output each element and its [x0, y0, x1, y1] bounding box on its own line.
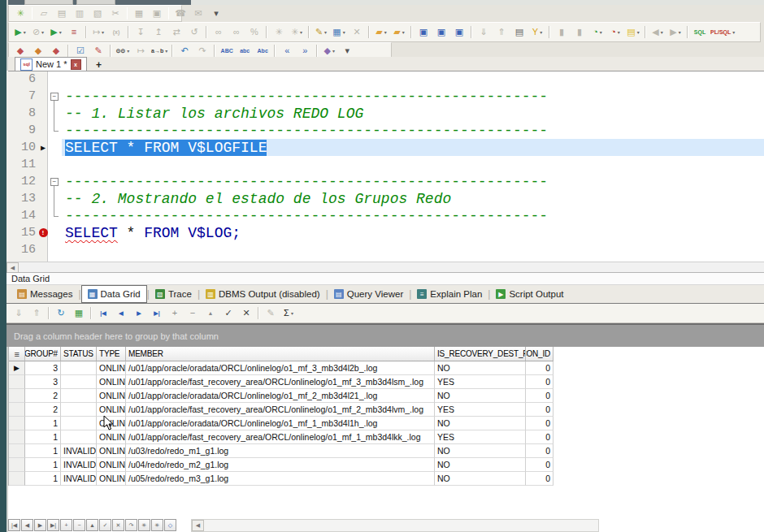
compare-icon[interactable]: ▦ [131, 6, 147, 20]
cell-group-[interactable]: 3 [25, 361, 61, 375]
tab-explain-plan[interactable]: ≡Explain Plan [411, 286, 488, 302]
cell-status[interactable] [61, 430, 97, 444]
code-review-icon[interactable]: ☑ [72, 44, 89, 58]
row-selector[interactable]: ▶ [9, 361, 25, 375]
cell-con-id[interactable]: 0 [526, 444, 553, 458]
nav-delete-icon[interactable]: − [73, 519, 85, 531]
row-selector[interactable] [9, 375, 25, 389]
lock-icon[interactable]: ▮ [553, 25, 570, 39]
row-selector[interactable] [9, 417, 25, 430]
cell-is-recovery-dest-file[interactable]: NO [435, 458, 526, 472]
editor-line-text[interactable]: ----------------------------------------… [62, 122, 764, 139]
nav-edit-icon[interactable]: ▲ [86, 519, 98, 531]
paste-icon[interactable]: ▥ [72, 6, 88, 20]
cell-is-recovery-dest-file[interactable]: YES [435, 430, 526, 444]
editor-line-text[interactable]: SELECT * FROM V$LOG; [62, 224, 764, 241]
table-row[interactable]: 1INVALIDONLINE/u03/redo/redo_m1_g1.logNO… [9, 444, 553, 458]
duplicate-icon[interactable]: ▧ [89, 6, 106, 20]
table-row[interactable]: 2ONLINE/u01/app/oracle/oradata/ORCL/onli… [9, 389, 553, 403]
rerun-icon[interactable]: ✳ [271, 25, 287, 39]
table-row[interactable]: 1ONLINE/u01/app/oracle/oradata/ORCL/onli… [9, 417, 553, 430]
cell-member[interactable]: /u04/redo/redo_m2_g1.log [126, 458, 435, 472]
cell-con-id[interactable]: 0 [526, 430, 553, 444]
editor-line-text[interactable]: -- 2. Mostrando el estado de los Grupos … [62, 190, 764, 207]
cell-is-recovery-dest-file[interactable]: NO [435, 389, 526, 403]
rerun-all-dropdown-icon[interactable]: ▾ [300, 29, 302, 35]
cell-type[interactable]: ONLINE [97, 375, 126, 389]
table-row[interactable]: 1INVALIDONLINE/u05/redo/redo_m3_g1.logNO… [9, 472, 553, 486]
navigate-forward-dropdown-icon[interactable]: ▾ [679, 29, 681, 35]
nav-prior-icon[interactable]: ◀ [21, 519, 33, 531]
navigate-forward-icon[interactable]: ▶▾ [667, 25, 684, 39]
debug-dropdown-icon[interactable]: ▾ [102, 29, 104, 35]
post-edit-icon[interactable]: ✓ [220, 306, 237, 320]
plsql-dropdown-icon[interactable]: ▾ [732, 29, 735, 35]
cell-status[interactable] [61, 403, 97, 417]
column-header-con-id[interactable]: CON_ID [526, 347, 553, 361]
debug-icon[interactable]: ↦▾ [90, 25, 106, 39]
plsql-icon[interactable]: PL/SQL▾ [710, 25, 736, 39]
save-all-icon[interactable]: ▣ [451, 25, 467, 39]
sql-recall-icon[interactable]: SQL [692, 25, 708, 39]
cell-group-[interactable]: 1 [25, 430, 61, 444]
nav-filter-icon[interactable]: ◇ [164, 519, 176, 531]
row-selector[interactable] [9, 444, 25, 458]
describe-objects-icon[interactable]: ◆ [12, 44, 28, 58]
copy-icon[interactable]: ▤ [54, 6, 70, 20]
nav-goto-bookmark-icon[interactable]: ✳ [151, 519, 163, 531]
close-tab-icon[interactable]: x [71, 59, 81, 70]
post-changes-icon[interactable]: ⇓ [11, 306, 27, 320]
single-record-view-icon[interactable]: ✎ [263, 306, 279, 320]
refresh-all-icon[interactable]: ▦ [71, 306, 87, 320]
cell-is-recovery-dest-file[interactable]: NO [435, 361, 526, 375]
cell-group-[interactable]: 1 [25, 417, 61, 430]
cell-status[interactable]: INVALID [61, 458, 97, 472]
insert-record-icon[interactable]: + [167, 306, 183, 320]
cancel-execution-icon[interactable]: ⊘▾ [30, 25, 46, 39]
column-header-group-[interactable]: GROUP# [25, 347, 61, 361]
cell-status[interactable] [61, 361, 97, 375]
cell-type[interactable]: ONLINE [97, 430, 126, 444]
export-icon[interactable]: ⇑ [493, 25, 510, 39]
execute-as-script-icon[interactable]: ▶▾ [48, 25, 64, 39]
sum-icon[interactable]: Σ▾ [280, 306, 297, 320]
unindent-icon[interactable]: « [279, 44, 295, 58]
editor-line-text[interactable]: -- 1. Listar los archivos REDO LOG [62, 105, 764, 122]
replace-dropdown-icon[interactable]: ▾ [165, 48, 167, 54]
next-record-icon[interactable]: ▶ [131, 306, 147, 320]
editor-line-text[interactable] [62, 156, 764, 173]
comment-dropdown-icon[interactable]: ▾ [637, 29, 640, 35]
replace-icon[interactable]: a→b▾ [150, 44, 168, 58]
chain-broken-icon[interactable]: ∞ [228, 25, 245, 39]
cell-status[interactable] [61, 417, 97, 430]
table-row[interactable]: 2ONLINE/u01/app/oracle/fast_recovery_are… [9, 403, 553, 417]
editor-horizontal-scrollbar[interactable]: ◀ [7, 262, 764, 273]
cell-status[interactable] [61, 389, 97, 403]
cell-type[interactable]: ONLINE [97, 361, 126, 375]
fold-start-icon[interactable] [49, 173, 62, 190]
cell-con-id[interactable]: 0 [526, 417, 553, 430]
cell-member[interactable]: /u01/app/oracle/oradata/ORCL/onlinelog/o… [126, 417, 435, 430]
cell-member[interactable]: /u03/redo/redo_m1_g1.log [126, 444, 435, 458]
vcs-checkin-icon[interactable]: ↥ [150, 25, 167, 39]
cell-member[interactable]: /u01/app/oracle/fast_recovery_area/ORCL/… [126, 403, 435, 417]
cell-con-id[interactable]: 0 [526, 472, 553, 486]
cell-member[interactable]: /u01/app/oracle/fast_recovery_area/ORCL/… [126, 430, 435, 444]
grid-corner-cell[interactable]: ≡ [9, 347, 25, 361]
find-dropdown-icon[interactable]: ▾ [127, 48, 129, 54]
cell-group-[interactable]: 1 [25, 444, 61, 458]
cut-icon[interactable]: ✂ [107, 6, 124, 20]
open-recent-icon[interactable]: ▰▾ [391, 25, 407, 39]
format-code-dropdown-icon[interactable]: ▾ [324, 29, 327, 35]
initcaps-icon[interactable]: Abc [254, 44, 271, 58]
fold-start-icon[interactable] [49, 88, 62, 105]
print-preview-icon[interactable]: ▣ [149, 6, 165, 20]
percent-icon[interactable]: % [246, 25, 263, 39]
first-record-icon[interactable]: |◀ [95, 306, 111, 320]
nav-refresh-icon[interactable]: ↷ [125, 519, 137, 531]
filter-data-icon[interactable]: Y▾ [529, 25, 545, 39]
lowercase-icon[interactable]: abc [237, 44, 253, 58]
execute-statement-icon[interactable]: ▶▾ [12, 25, 28, 39]
code-template-dropdown-icon[interactable]: ▾ [332, 48, 335, 54]
load-objects-icon[interactable]: ≡ [66, 25, 82, 39]
